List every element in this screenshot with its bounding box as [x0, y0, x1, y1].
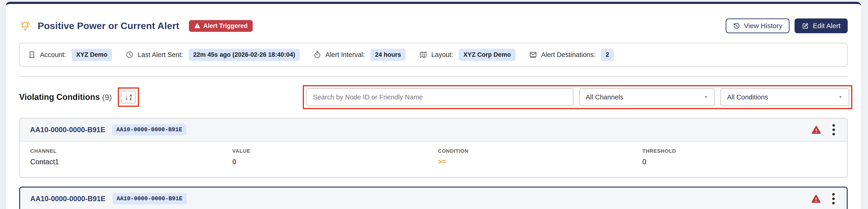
- condition-filter-value: All Conditions: [727, 94, 768, 101]
- sort-alphabetical-button[interactable]: ↓ AZ: [121, 91, 136, 104]
- info-item-layout: Layout: XYZ Corp Demo: [419, 49, 516, 61]
- kebab-icon: [832, 129, 835, 131]
- alert-destinations-label: Alert Destinations:: [541, 51, 595, 59]
- alert-destinations-value-badge: 2: [601, 49, 614, 61]
- alert-triggered-label: Alert Triggered: [203, 22, 248, 30]
- node-title: AA10-0000-0000-B91E: [30, 195, 105, 203]
- clock-icon: [125, 50, 134, 59]
- alert-bell-icon: [19, 20, 31, 32]
- header-actions: View History Edit Alert: [726, 19, 848, 33]
- node-id-badge: AA10-0000-0000-B91E: [113, 193, 187, 204]
- account-label: Account:: [40, 51, 66, 59]
- info-item-account: Account: XYZ Demo: [28, 49, 112, 61]
- last-alert-sent-label: Last Alert Sent:: [138, 51, 183, 59]
- chevron-down-icon: ▼: [838, 95, 843, 99]
- condition-card: AA10-0000-0000-B91E AA10-0000-0000-B91E: [19, 187, 848, 209]
- condition-column: CONDITION >=: [438, 148, 642, 166]
- timer-icon: [313, 50, 321, 59]
- card-menu-button[interactable]: [831, 123, 837, 136]
- map-icon: [419, 50, 427, 59]
- history-icon: [733, 22, 740, 30]
- card-menu-button[interactable]: [830, 192, 837, 205]
- view-history-label: View History: [744, 22, 782, 29]
- alert-detail-panel: Positive Power or Current Alert Alert Tr…: [6, 2, 861, 209]
- info-item-alert-destinations: Alert Destinations: 2: [529, 49, 614, 61]
- kebab-icon: [832, 202, 835, 204]
- value-column-header: VALUE: [232, 148, 438, 154]
- violating-conditions-count: (9): [102, 93, 112, 102]
- value-value: 0: [232, 158, 438, 166]
- violating-conditions-title: Violating Conditions: [19, 92, 100, 102]
- sort-alpha-down-icon: ↓ AZ: [125, 94, 132, 101]
- violating-conditions-heading: Violating Conditions(9): [19, 92, 112, 102]
- node-title: AA10-0000-0000-B91E: [30, 126, 105, 134]
- annotation-box-sort: ↓ AZ: [118, 88, 139, 107]
- condition-column-header: CONDITION: [438, 148, 642, 154]
- kebab-icon: [832, 198, 835, 200]
- alert-warning-icon: [811, 125, 822, 135]
- account-value-badge: XYZ Demo: [71, 49, 112, 61]
- alert-info-bar: Account: XYZ Demo Last Alert Sent: 22m 4…: [19, 43, 848, 67]
- info-item-alert-interval: Alert Interval: 24 hours: [313, 49, 406, 61]
- last-alert-sent-value-badge: 22m 45s ago (2026-02-26 18:40:04): [189, 49, 300, 61]
- layout-label: Layout:: [431, 51, 453, 59]
- kebab-icon: [832, 133, 835, 135]
- channel-column-header: CHANNEL: [30, 148, 232, 154]
- value-column: VALUE 0: [232, 148, 438, 166]
- alert-triggered-badge: Alert Triggered: [189, 20, 253, 32]
- search-input[interactable]: [306, 88, 574, 106]
- condition-card-header: AA10-0000-0000-B91E AA10-0000-0000-B91E: [20, 118, 847, 142]
- node-id-badge: AA10-0000-0000-B91E: [112, 124, 186, 135]
- condition-card-body: CHANNEL Contact1 VALUE 0 CONDITION >= TH…: [20, 142, 847, 177]
- header-row: Positive Power or Current Alert Alert Tr…: [19, 17, 848, 35]
- info-item-last-alert-sent: Last Alert Sent: 22m 45s ago (2026-02-26…: [125, 49, 300, 61]
- edit-alert-label: Edit Alert: [813, 22, 840, 29]
- condition-card-header: AA10-0000-0000-B91E AA10-0000-0000-B91E: [20, 187, 847, 209]
- edit-alert-button[interactable]: Edit Alert: [795, 19, 848, 33]
- section-divider: [19, 76, 848, 77]
- threshold-column: THRESHOLD 0: [642, 148, 847, 166]
- condition-card: AA10-0000-0000-B91E AA10-0000-0000-B91E …: [19, 118, 848, 178]
- violating-conditions-toolbar: Violating Conditions(9) ↓ AZ All Channel…: [19, 85, 848, 109]
- alert-interval-value-badge: 24 hours: [370, 49, 406, 61]
- annotation-box-filters: All Channels ▼ All Conditions ▼: [303, 85, 852, 109]
- channel-column: CHANNEL Contact1: [30, 148, 232, 166]
- page-title: Positive Power or Current Alert: [38, 21, 179, 31]
- threshold-value: 0: [642, 158, 847, 166]
- alert-warning-icon: [811, 194, 821, 204]
- channel-filter-select[interactable]: All Channels ▼: [579, 88, 715, 106]
- edit-icon: [802, 22, 809, 30]
- channel-value: Contact1: [30, 158, 232, 166]
- kebab-icon: [832, 124, 835, 127]
- condition-value: >=: [438, 158, 642, 166]
- condition-filter-select[interactable]: All Conditions ▼: [720, 88, 849, 106]
- warning-icon: [194, 23, 200, 29]
- layout-value-badge: XYZ Corp Demo: [459, 49, 516, 61]
- channel-filter-value: All Channels: [586, 94, 623, 101]
- mail-icon: [529, 50, 537, 59]
- building-icon: [28, 50, 36, 59]
- threshold-column-header: THRESHOLD: [642, 148, 847, 154]
- view-history-button[interactable]: View History: [726, 19, 789, 33]
- alert-interval-label: Alert Interval:: [326, 51, 365, 59]
- chevron-down-icon: ▼: [704, 95, 708, 99]
- kebab-icon: [832, 193, 835, 196]
